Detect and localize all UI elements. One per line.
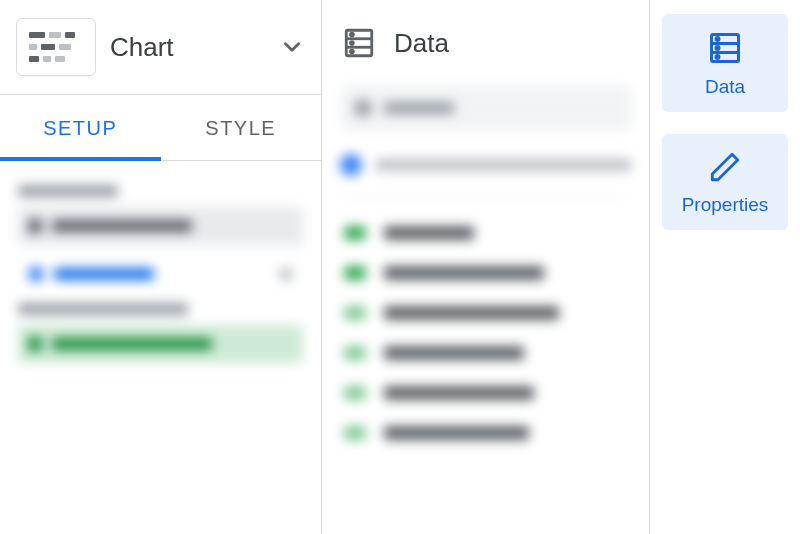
data-source-row[interactable]: [340, 154, 631, 197]
data-source-icon: [342, 26, 376, 60]
data-panel-header: Data: [322, 0, 649, 86]
pencil-icon: [708, 150, 742, 184]
data-panel-title: Data: [394, 28, 449, 59]
field-item[interactable]: [340, 413, 631, 453]
setup-panel-content: [0, 161, 321, 534]
field-item[interactable]: [340, 333, 631, 373]
chevron-down-icon: [279, 34, 305, 60]
svg-point-9: [716, 38, 719, 41]
section-label: [18, 185, 118, 197]
tab-setup[interactable]: SETUP: [0, 95, 161, 160]
field-item[interactable]: [340, 213, 631, 253]
field-search-input[interactable]: [340, 86, 631, 130]
svg-point-11: [716, 56, 719, 59]
search-icon: [354, 99, 372, 117]
chart-type-selector[interactable]: Chart: [0, 0, 321, 95]
config-tabs: SETUP STYLE: [0, 95, 321, 161]
svg-point-5: [351, 50, 354, 53]
section-label: [18, 303, 188, 315]
tab-style[interactable]: STYLE: [161, 95, 322, 160]
svg-point-4: [351, 42, 354, 45]
rail-tab-data[interactable]: Data: [662, 14, 788, 112]
field-item[interactable]: [340, 253, 631, 293]
blend-data-button[interactable]: [18, 255, 303, 293]
data-icon: [707, 30, 743, 66]
field-item[interactable]: [340, 373, 631, 413]
rail-tab-properties[interactable]: Properties: [662, 134, 788, 230]
data-source-chip[interactable]: [18, 207, 303, 245]
chart-type-label: Chart: [110, 32, 265, 63]
svg-point-10: [716, 47, 719, 50]
data-fields-panel: [322, 86, 649, 534]
svg-point-3: [351, 33, 354, 36]
rail-tab-label: Data: [705, 76, 745, 98]
date-range-dimension-chip[interactable]: [18, 325, 303, 363]
field-item[interactable]: [340, 293, 631, 333]
rail-tab-label: Properties: [682, 194, 769, 216]
chart-thumbnail-table-icon: [16, 18, 96, 76]
